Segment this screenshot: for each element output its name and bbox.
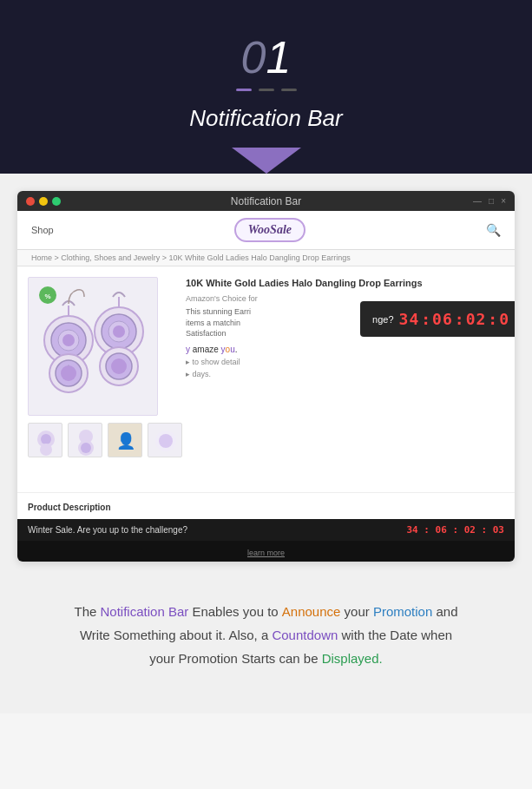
learn-more-link[interactable]: learn more	[247, 549, 285, 557]
product-area: % 👤	[17, 266, 515, 492]
desc-line-3: your Promotion Starts can be Displayed.	[26, 647, 506, 670]
store-logo-woo: Woo	[248, 223, 270, 236]
svg-point-20	[41, 434, 51, 444]
notification-countdown: 34 : 06 : 02 : 03	[406, 524, 504, 536]
desc-line-1: The Notification Bar Enables you to Anno…	[26, 600, 506, 623]
desc-countdown: Countdown	[272, 628, 338, 642]
main-product-image: %	[28, 277, 158, 416]
store-logo-sale: Sale	[270, 223, 292, 236]
thumbnail-1[interactable]	[28, 423, 62, 457]
thumbnail-4[interactable]	[148, 423, 182, 457]
desc-displayed: Displayed.	[322, 651, 383, 666]
product-title: 10K White Gold Ladies Halo Dangling Drop…	[186, 277, 504, 289]
store-nav-shop[interactable]: Shop	[31, 225, 54, 235]
countdown-seconds: 02	[466, 310, 487, 328]
browser-title: Notification Bar	[231, 195, 301, 207]
browser-dot-red[interactable]	[26, 197, 35, 206]
browser-dot-yellow[interactable]	[39, 197, 48, 206]
arrow-right-icon: ▸	[186, 358, 190, 366]
challenge-text: nge?	[372, 314, 393, 325]
days-label: days.	[193, 370, 212, 378]
store-logo: WooSale	[234, 218, 305, 242]
store-header: Shop WooSale 🔍	[17, 211, 515, 250]
countdown-sep-3: :	[488, 310, 497, 328]
chevron-down-icon	[232, 148, 301, 174]
earring-illustration: %	[32, 279, 154, 414]
desc-with: with the Date when	[338, 628, 452, 642]
minimize-icon[interactable]: —	[473, 196, 482, 206]
amaze-text: y amaze you.	[186, 345, 504, 354]
maximize-icon[interactable]: □	[489, 196, 494, 206]
main-content: Notification Bar — □ × Shop WooSale 🔍 Ho…	[0, 174, 532, 713]
days-text: ▸ days.	[186, 370, 504, 378]
desc-promotion-1: Promotion	[373, 604, 432, 619]
browser-mockup: Notification Bar — □ × Shop WooSale 🔍 Ho…	[17, 191, 515, 562]
desc-enables: Enables you to	[188, 604, 282, 619]
svg-text:👤: 👤	[116, 431, 136, 450]
slide-one: 1	[266, 32, 292, 82]
product-desc-label: Product Description	[28, 503, 111, 512]
svg-point-28	[159, 434, 173, 448]
breadcrumb: Home > Clothing, Shoes and Jewelry > 10K…	[17, 250, 515, 266]
desc-line-2: Write Something about it. Also, a Countd…	[26, 623, 506, 647]
desc-starts: your Promotion Starts can be	[149, 651, 321, 666]
close-icon[interactable]: ×	[501, 196, 506, 206]
browser-dot-green[interactable]	[52, 197, 61, 206]
svg-point-16	[111, 358, 127, 374]
slide-dots	[17, 89, 515, 91]
svg-point-24	[81, 443, 91, 453]
product-desc-section: Product Description	[17, 492, 515, 519]
amaze-you: you	[221, 345, 235, 354]
search-icon[interactable]: 🔍	[486, 223, 501, 237]
svg-point-3	[62, 334, 75, 346]
countdown-hours: 34	[399, 310, 420, 328]
product-images: % 👤	[28, 277, 175, 482]
chevron-container	[17, 149, 515, 174]
notification-text: Winter Sale. Are you up to the challenge…	[28, 525, 187, 535]
section-title: Notification Bar	[17, 105, 515, 149]
desc-your: your	[340, 604, 373, 619]
svg-point-21	[40, 444, 52, 456]
hero-section: 01 Notification Bar	[0, 0, 532, 174]
desc-pre-1: The	[75, 604, 101, 619]
browser-titlebar: Notification Bar — □ ×	[17, 191, 515, 211]
countdown-sep-1: :	[421, 310, 430, 328]
countdown-ms: 0	[499, 310, 509, 328]
amaze-y: y	[186, 345, 190, 354]
desc-announce: Announce	[282, 604, 341, 619]
svg-point-7	[61, 365, 76, 381]
thumbnail-2[interactable]	[68, 423, 102, 457]
countdown-sep-2: :	[455, 310, 464, 328]
dot-2[interactable]	[259, 89, 274, 91]
show-detail-label: to show detail	[193, 358, 240, 366]
browser-dots	[26, 197, 61, 206]
learn-more-bar: learn more	[17, 541, 515, 562]
description-section: The Notification Bar Enables you to Anno…	[17, 582, 515, 687]
countdown-digits: 34 : 06 : 02 : 0	[399, 310, 509, 328]
svg-point-12	[113, 325, 125, 338]
desc-write: Write Something about it. Also, a	[80, 628, 273, 642]
countdown-minutes: 06	[432, 310, 453, 328]
slide-zero: 0	[241, 32, 266, 82]
desc-notification-bar: Notification Bar	[101, 604, 189, 619]
thumbnail-3[interactable]: 👤	[108, 423, 142, 457]
thumbnail-row: 👤	[28, 423, 175, 457]
browser-controls: — □ ×	[473, 196, 506, 206]
countdown-overlay: nge? 34 : 06 : 02 : 0	[360, 301, 515, 337]
slide-number: 01	[17, 35, 515, 80]
show-detail-text: ▸ to show detail	[186, 358, 504, 366]
dot-3[interactable]	[281, 89, 297, 91]
desc-and: and	[432, 604, 457, 619]
dot-1[interactable]	[236, 89, 252, 91]
notification-bar: Winter Sale. Are you up to the challenge…	[17, 519, 515, 541]
svg-text:%: %	[44, 293, 50, 300]
